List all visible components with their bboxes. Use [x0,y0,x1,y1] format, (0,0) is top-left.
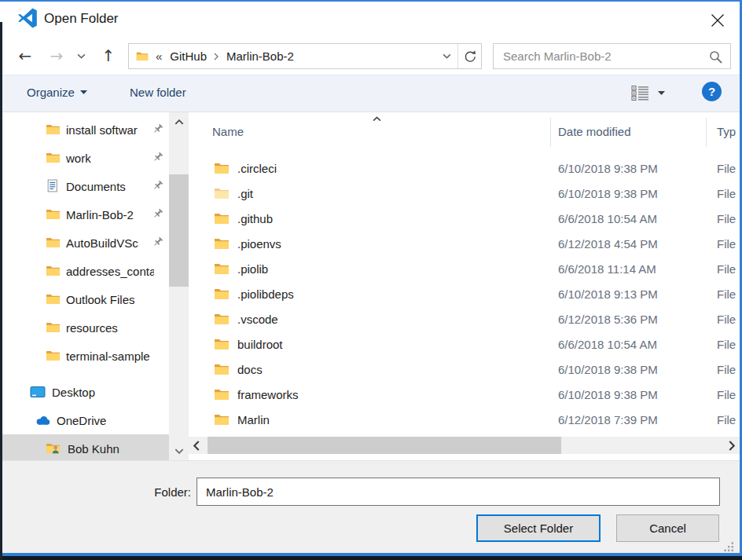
file-type: File [717,413,736,426]
file-name: frameworks [237,388,299,401]
table-row[interactable]: .pioenvs 6/12/2018 4:54 PM File [189,231,742,256]
pin-icon [152,152,163,163]
file-type: File [717,187,736,200]
folder-name-label: Folder: [118,485,191,499]
column-header-type[interactable]: Typ [717,125,736,138]
sidebar-item-documents[interactable]: Documents [0,172,169,200]
forward-arrow-icon: → [50,46,64,65]
sidebar-item-desktop[interactable]: Desktop [0,378,169,406]
sort-ascending-icon [373,116,381,122]
folder-icon [214,388,230,401]
back-arrow-icon: ← [19,46,32,65]
table-row[interactable]: docs 6/10/2018 9:38 PM File [189,357,742,382]
search-input[interactable] [494,44,730,68]
search-icon[interactable] [708,49,723,64]
chevron-down-icon [174,448,184,454]
sidebar-item-install-software[interactable]: install softwar [0,115,169,144]
table-row[interactable]: buildroot 6/6/2018 10:54 AM File [189,331,742,357]
file-list: Name Date modified Typ .circleci 6/10/20… [189,112,742,462]
file-rows: .circleci 6/10/2018 9:38 PM File .git 6/… [189,156,742,432]
view-mode-button[interactable] [631,85,665,101]
cancel-button[interactable]: Cancel [616,514,719,542]
column-headers: Name Date modified Typ [189,118,742,147]
recent-locations-button[interactable] [77,53,86,59]
chevron-right-icon[interactable] [214,53,219,60]
up-button[interactable]: ↑ [96,45,121,67]
breadcrumb-current[interactable]: Marlin-Bob-2 [226,49,294,63]
folder-icon [46,236,61,248]
breadcrumb-github[interactable]: GitHub [170,49,207,63]
table-row[interactable]: .github 6/6/2018 10:54 AM File [189,206,742,231]
sidebar-item-outlook-files[interactable]: Outlook Files [0,285,169,313]
user-folder-icon [46,442,61,454]
desktop-icon [30,386,46,398]
sidebar-item-label: OneDrive [0,414,106,427]
address-dropdown-button[interactable] [435,44,457,68]
new-folder-button[interactable]: New folder [130,86,186,99]
close-icon [711,13,725,27]
file-date: 6/10/2018 9:38 PM [558,363,658,376]
table-row[interactable]: .piolib 6/6/2018 11:14 AM File [189,256,742,281]
up-arrow-icon: ↑ [102,46,116,65]
folder-icon [214,313,230,325]
table-row[interactable]: .git 6/10/2018 9:38 PM File [189,181,742,206]
back-button[interactable]: ← [13,45,38,67]
forward-button[interactable]: → [44,45,69,67]
folder-icon [46,321,61,333]
breadcrumb-overflow[interactable]: « [156,49,162,63]
scroll-up-button[interactable] [169,115,189,129]
sidebar-scrollbar[interactable] [169,112,189,462]
refresh-button[interactable] [457,44,481,68]
resize-grip-icon[interactable] [722,540,734,552]
sidebar-item-resources[interactable]: resources [0,313,169,342]
scrollbar-thumb[interactable] [208,437,561,454]
folder-icon [214,287,230,300]
horizontal-scrollbar[interactable] [189,437,742,454]
select-folder-button[interactable]: Select Folder [476,514,601,542]
sidebar-item-work[interactable]: work [0,144,169,172]
sidebar-item-terminal-sample[interactable]: terminal-sample [0,342,169,370]
column-divider[interactable] [706,118,707,147]
folder-name-input[interactable] [197,478,720,506]
command-toolbar: Organize New folder ? [0,75,742,112]
help-button[interactable]: ? [702,82,722,101]
file-name: .circleci [237,162,277,175]
column-divider[interactable] [550,118,551,147]
document-icon [46,179,59,192]
window-shadow-bottom [0,556,742,560]
sidebar-item-autobuildvsc[interactable]: AutoBuildVSc [0,229,169,257]
file-type: File [717,313,736,326]
table-row[interactable]: frameworks 6/10/2018 9:38 PM File [189,382,742,407]
sidebar-item-onedrive[interactable]: OneDrive [0,406,169,434]
sidebar-list: install softwar work Documents Marlin-Bo… [0,112,169,462]
table-row[interactable]: .circleci 6/10/2018 9:38 PM File [189,156,742,181]
sidebar-item-marlin-bob-2[interactable]: Marlin-Bob-2 [0,200,169,229]
table-row[interactable]: .vscode 6/12/2018 5:36 PM File [189,306,742,331]
pin-icon [152,123,163,135]
scroll-left-button[interactable] [189,437,204,454]
scroll-right-button[interactable] [724,437,740,454]
sidebar-item-bob-kuhn[interactable]: Bob Kuhn [0,434,169,462]
pin-icon [152,180,163,192]
organize-menu-button[interactable]: Organize [27,86,87,99]
file-date: 6/6/2018 10:54 AM [558,212,657,225]
file-date: 6/6/2018 11:14 AM [558,262,656,276]
table-row[interactable]: .piolibdeps 6/10/2018 9:13 PM File [189,281,742,306]
scrollbar-thumb[interactable] [169,174,189,287]
chevron-up-icon [174,119,184,125]
caret-down-icon [80,90,87,94]
column-header-name[interactable]: Name [212,125,244,138]
pin-icon [152,236,163,248]
folder-icon [46,350,61,361]
folder-icon [46,152,61,163]
details-view-icon [631,85,650,101]
title-bar: Open Folder [0,2,742,38]
column-header-date-modified[interactable]: Date modified [558,125,631,138]
table-row[interactable]: Marlin 6/12/2018 7:39 PM File [189,407,742,432]
address-bar[interactable]: « GitHub Marlin-Bob-2 [128,43,482,69]
file-type: File [717,212,736,225]
folder-icon [214,413,230,426]
close-button[interactable] [709,12,726,29]
sidebar-item-addresses-contacts[interactable]: addresses_conta [0,257,169,285]
scroll-down-button[interactable] [169,444,189,458]
